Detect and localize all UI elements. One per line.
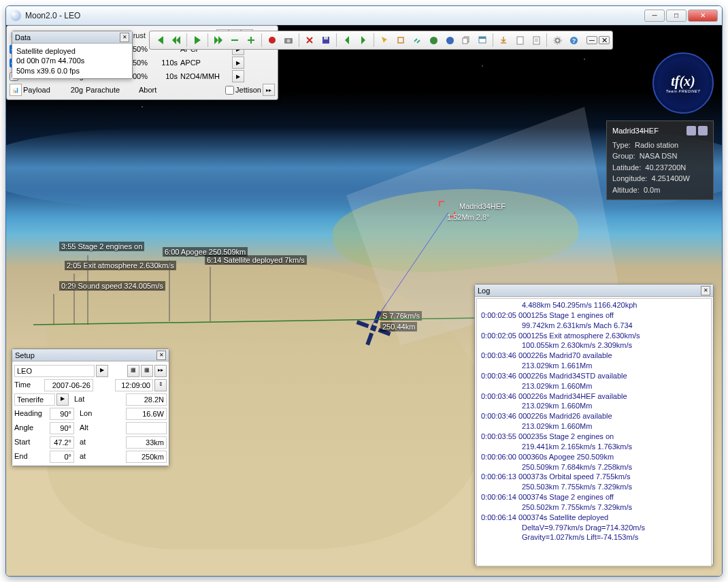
data-panel-close[interactable]: ✕	[120, 33, 129, 42]
lat-input[interactable]	[126, 393, 167, 406]
sat-speed-label: S 7.76km/s	[380, 311, 422, 321]
log-line: 219.441km 2.165km/s 1.763km/s	[481, 442, 707, 452]
start-alt-input[interactable]	[126, 436, 167, 449]
log-line: 0:00:06:13 000373s Orbital speed 7.755km…	[481, 472, 707, 482]
chat-icon[interactable]	[686, 126, 696, 135]
expand-icon[interactable]: ▸▸	[154, 365, 167, 377]
log-line: 0:00:02:05 000125s Exit atmosphere 2.630…	[481, 331, 707, 341]
target-distance: 1.52Mm 2.8°	[447, 213, 489, 221]
log-line: 0:00:06:14 000374s Satellite deployed	[481, 513, 707, 523]
grid1-icon[interactable]: ▦	[127, 365, 139, 377]
link-icon[interactable]	[410, 33, 425, 48]
log-line: DeltaV=9.797km/s Drag=714.320m/s	[481, 523, 707, 533]
station-info-overlay: Madrid34HEF Type: Radio station Group: N…	[606, 120, 714, 200]
svg-point-7	[430, 37, 437, 44]
data-panel: Data ✕ Satellite deployed 0d 00h 07m 44.…	[12, 31, 133, 79]
log-line: 0:00:06:14 000374s Stage 2 engines off	[481, 492, 707, 502]
svg-rect-19	[370, 325, 377, 332]
log-line: 99.742km 2.631km/s Mach 6.734	[481, 321, 707, 331]
log-body[interactable]: 4.488km 540.295m/s 1166.420kph0:00:02:05…	[476, 298, 712, 566]
flag-icon[interactable]	[698, 126, 708, 135]
log-line: 213.029km 1.660Mm	[481, 401, 707, 411]
app-window: Moon2.0 - LEO ─ □ ✕	[5, 5, 723, 577]
svg-rect-0	[231, 39, 238, 41]
delete-icon[interactable]	[302, 33, 317, 48]
site-input[interactable]	[14, 393, 55, 406]
minimize-button[interactable]: ─	[644, 10, 665, 22]
rewind-icon[interactable]	[169, 33, 184, 48]
sat-alt-label: 250.44km	[380, 322, 417, 332]
grid2-icon[interactable]: ▦	[141, 365, 153, 377]
time-spinner[interactable]: ⇕	[154, 379, 167, 391]
globe-blue-icon[interactable]	[442, 33, 457, 48]
svg-rect-6	[398, 37, 403, 43]
svg-rect-12	[479, 37, 486, 39]
gear-icon[interactable]	[550, 33, 565, 48]
log-line: 0:00:03:46 000226s Madrid70 available	[481, 351, 707, 361]
cursor-icon[interactable]	[377, 33, 392, 48]
minus-icon[interactable]	[227, 33, 242, 48]
data-elapsed: 0d 00h 07m 44.700s	[16, 56, 128, 65]
toolbar-close-icon[interactable]: ✕	[599, 36, 610, 44]
event-205: 2:05 Exit atmosphere 2.630km/s	[65, 261, 176, 270]
log-line: 0:00:03:55 000235s Stage 2 engines on	[481, 432, 707, 442]
camera-icon[interactable]	[281, 33, 296, 48]
log-line: 250.509km 7.684km/s 7.258km/s	[481, 462, 707, 472]
download-icon[interactable]	[496, 33, 511, 48]
target-label: Madrid34HEF	[459, 202, 506, 210]
globe-green-icon[interactable]	[426, 33, 441, 48]
box-icon[interactable]	[393, 33, 408, 48]
svg-point-3	[287, 39, 291, 43]
log-line: 0:00:02:05 000125s Stage 1 engines off	[481, 310, 707, 321]
close-button[interactable]: ✕	[688, 10, 718, 22]
data-panel-title: Data	[15, 33, 120, 42]
svg-text:?: ?	[572, 37, 576, 44]
svg-rect-13	[517, 37, 523, 44]
record-icon[interactable]	[265, 33, 280, 48]
heading-input[interactable]	[50, 408, 74, 420]
setup-close[interactable]: ✕	[156, 351, 166, 360]
log-close[interactable]: ✕	[701, 286, 710, 295]
titlebar[interactable]: Moon2.0 - LEO ─ □ ✕	[6, 6, 722, 25]
svg-point-8	[446, 37, 454, 44]
log-line: 213.029km 1.661Mm	[481, 361, 707, 371]
window-title: Moon2.0 - LEO	[25, 11, 644, 20]
svg-point-1	[269, 37, 276, 44]
alt-input[interactable]	[126, 422, 167, 434]
plus-icon[interactable]	[244, 33, 259, 48]
lon-input[interactable]	[126, 408, 167, 420]
app-icon	[10, 10, 21, 21]
window-icon[interactable]	[475, 33, 490, 48]
start-angle-input[interactable]	[50, 436, 74, 449]
svg-point-15	[555, 38, 559, 42]
maximize-button[interactable]: □	[666, 10, 686, 22]
fast-forward-icon[interactable]	[211, 33, 226, 48]
play-icon[interactable]	[190, 33, 205, 48]
doc-icon[interactable]	[529, 33, 544, 48]
prev-icon[interactable]	[340, 33, 354, 48]
skip-back-icon[interactable]	[152, 33, 167, 48]
toolbar-minimize-icon[interactable]: ─	[586, 36, 597, 44]
copy-icon[interactable]	[459, 33, 474, 48]
log-title: Log	[478, 287, 701, 295]
site-play-icon[interactable]: ▶	[56, 393, 69, 406]
mission-input[interactable]	[14, 365, 95, 377]
end-alt-input[interactable]	[126, 451, 167, 463]
mission-play-icon[interactable]: ▶	[96, 365, 108, 377]
log-line: Gravity=1.027km/s Lift=-74.153m/s	[481, 532, 707, 543]
log-line: 0:00:06:00 000360s Apogee 250.509km	[481, 452, 707, 462]
log-line: 250.502km 7.755km/s 7.329km/s	[481, 502, 707, 513]
save-icon[interactable]	[318, 33, 333, 48]
page-icon[interactable]	[512, 33, 527, 48]
angle-input[interactable]	[50, 422, 74, 434]
end-angle-input[interactable]	[50, 451, 74, 463]
next-icon[interactable]	[356, 33, 371, 48]
viewport-3d[interactable]: ? ─ ✕ Data ✕ Satellite deployed 0d 00h 0…	[6, 25, 722, 576]
event-355: 3:55 Stage 2 engines on	[59, 242, 144, 251]
main-toolbar: ? ─ ✕	[149, 31, 613, 50]
help-icon[interactable]: ?	[566, 33, 581, 48]
time-input[interactable]	[115, 379, 153, 391]
date-input[interactable]	[44, 379, 93, 391]
log-line: 250.503km 7.755km/s 7.329km/s	[481, 482, 707, 492]
station-name: Madrid34HEF	[612, 125, 684, 137]
